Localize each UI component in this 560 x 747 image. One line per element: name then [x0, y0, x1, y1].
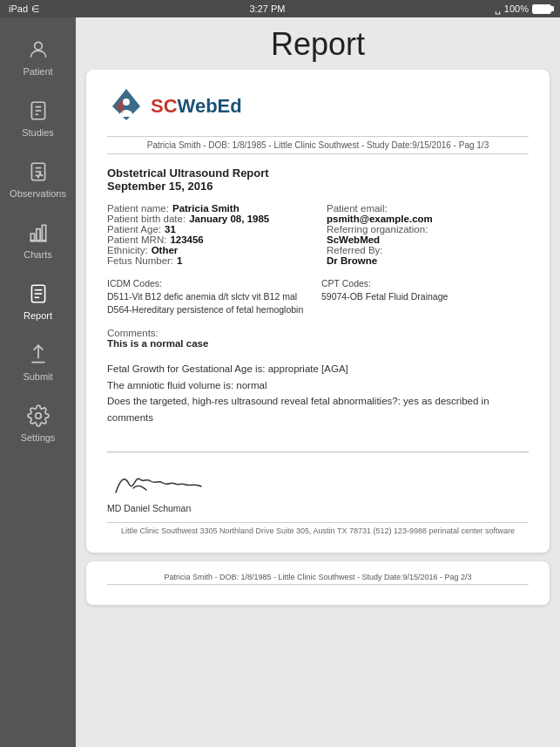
value-email: psmith@example.com — [327, 214, 433, 224]
signer-name: MD Daniel Schuman — [107, 503, 529, 513]
value-fetus: 1 — [177, 255, 182, 266]
report-date: September 15, 2016 — [107, 180, 529, 193]
battery-label: 100% — [504, 3, 529, 14]
battery-icon — [532, 4, 551, 14]
logo-sc: SC — [151, 95, 178, 117]
sidebar-settings-label: Settings — [21, 432, 56, 443]
submit-icon — [25, 342, 51, 368]
app-container: Patient Studies Observations Charts Repo — [0, 17, 560, 747]
report-icon — [25, 281, 51, 307]
signature-svg — [107, 462, 212, 501]
cpt-codes: 59074-OB Fetal Fluid Drainage — [321, 290, 529, 303]
label-reforg: Referring organization: — [327, 224, 428, 234]
status-time: 3:27 PM — [249, 3, 285, 14]
info-row-reforg-val: ScWebMed — [327, 234, 529, 245]
label-patient-name: Patient name: — [107, 203, 169, 214]
fetal-line-3: Does the targeted, high-res ultrasound r… — [107, 393, 529, 425]
observations-icon — [25, 159, 51, 185]
sidebar-item-submit[interactable]: Submit — [0, 331, 76, 392]
sidebar-patient-label: Patient — [23, 66, 52, 77]
logo-icon — [107, 87, 145, 126]
comments-section: Comments: This is a normal case — [107, 328, 529, 349]
info-row-referredby-label: Referred By: — [327, 245, 529, 255]
sidebar: Patient Studies Observations Charts Repo — [0, 17, 76, 747]
sidebar-item-patient[interactable]: Patient — [0, 26, 76, 87]
logo-text: SCWebEd — [151, 95, 242, 118]
value-mrn: 123456 — [170, 234, 203, 245]
label-mrn: Patient MRN: — [107, 234, 166, 245]
icd-title: ICDM Codes: — [107, 278, 314, 289]
scroll-area[interactable]: SCWebEd Patricia Smith - DOB: 1/8/1985 -… — [76, 70, 560, 747]
label-fetus: Fetus Number: — [107, 255, 173, 266]
icd-cpt-section: ICDM Codes: D511-Vit B12 defic anemia d/… — [107, 278, 529, 316]
ipad-label: iPad — [9, 3, 28, 14]
sidebar-submit-label: Submit — [23, 371, 52, 382]
report-header-line: Patricia Smith - DOB: 1/8/1985 - Little … — [107, 136, 529, 154]
wifi-icon: ∈ — [31, 3, 40, 15]
signature-area: MD Daniel Schuman — [107, 452, 529, 513]
sidebar-item-report[interactable]: Report — [0, 270, 76, 331]
studies-icon — [25, 98, 51, 124]
info-row-age: Patient Age: 31 — [107, 224, 309, 234]
info-row-referredby-val: Dr Browne — [327, 255, 529, 266]
info-row-mrn: Patient MRN: 123456 — [107, 234, 309, 245]
person-icon — [25, 37, 51, 63]
comments-label: Comments: — [107, 328, 159, 338]
patient-info-grid: Patient name: Patricia Smith Patient bir… — [107, 203, 529, 266]
status-right: ␣ 100% — [495, 3, 551, 15]
sidebar-observations-label: Observations — [10, 188, 66, 199]
svg-point-18 — [123, 98, 130, 105]
bluetooth-icon: ␣ — [495, 3, 501, 15]
sidebar-studies-label: Studies — [22, 127, 54, 138]
comments-value: This is a normal case — [107, 338, 208, 349]
icd-codes: D511-Vit B12 defic anemia d/t slctv vit … — [107, 290, 314, 316]
svg-rect-8 — [30, 234, 34, 241]
fetal-line-1: Fetal Growth for Gestational Age is: app… — [107, 361, 529, 377]
gear-icon — [25, 403, 51, 429]
label-referredby: Referred By: — [327, 245, 383, 255]
sidebar-report-label: Report — [24, 310, 52, 321]
patient-info-left: Patient name: Patricia Smith Patient bir… — [107, 203, 309, 266]
cpt-block: CPT Codes: 59074-OB Fetal Fluid Drainage — [321, 278, 529, 316]
info-row-email-val: psmith@example.com — [327, 214, 529, 224]
sidebar-item-studies[interactable]: Studies — [0, 87, 76, 148]
info-row-fetus: Fetus Number: 1 — [107, 255, 309, 266]
info-row-reforg-label: Referring organization: — [327, 224, 529, 234]
info-row-birthdate: Patient birth date: January 08, 1985 — [107, 214, 309, 224]
patient-info-right: Patient email: psmith@example.com Referr… — [327, 203, 529, 266]
sidebar-item-settings[interactable]: Settings — [0, 392, 76, 453]
signature-image — [107, 458, 529, 501]
sidebar-charts-label: Charts — [24, 249, 51, 260]
info-row-email-label: Patient email: — [327, 203, 529, 214]
value-ethnicity: Other — [152, 245, 179, 255]
report-footer: Little Clinic Southwest 3305 Northland D… — [107, 522, 529, 535]
label-email: Patient email: — [327, 203, 388, 214]
value-patient-name: Patricia Smith — [172, 203, 240, 214]
svg-point-16 — [35, 413, 41, 419]
value-referredby: Dr Browne — [327, 255, 377, 266]
report-title: Obstetrical Ultrasound Report — [107, 166, 529, 180]
value-reforg: ScWebMed — [327, 234, 380, 245]
label-age: Patient Age: — [107, 224, 161, 234]
cpt-title: CPT Codes: — [321, 278, 529, 289]
info-row-name: Patient name: Patricia Smith — [107, 203, 309, 214]
icd-block: ICDM Codes: D511-Vit B12 defic anemia d/… — [107, 278, 314, 316]
value-age: 31 — [165, 224, 176, 234]
svg-rect-10 — [42, 225, 45, 240]
report-logo: SCWebEd — [107, 87, 529, 126]
content-area: Report SCWebEd — [76, 17, 560, 747]
svg-rect-9 — [36, 229, 39, 241]
label-ethnicity: Ethnicity: — [107, 245, 148, 255]
sidebar-item-observations[interactable]: Observations — [0, 148, 76, 209]
svg-point-0 — [34, 42, 42, 50]
value-birthdate: January 08, 1985 — [189, 214, 269, 224]
info-row-ethnicity: Ethnicity: Other — [107, 245, 309, 255]
charts-icon — [25, 220, 51, 246]
report-title-section: Obstetrical Ultrasound Report September … — [107, 166, 529, 193]
label-birthdate: Patient birth date: — [107, 214, 186, 224]
status-bar: iPad ∈ 3:27 PM ␣ 100% — [0, 0, 560, 17]
report-card-page2: Patricia Smith - DOB: 1/8/1985 - Little … — [86, 561, 550, 605]
page-title: Report — [76, 17, 560, 70]
fetal-section: Fetal Growth for Gestational Age is: app… — [107, 361, 529, 425]
sidebar-item-charts[interactable]: Charts — [0, 209, 76, 270]
